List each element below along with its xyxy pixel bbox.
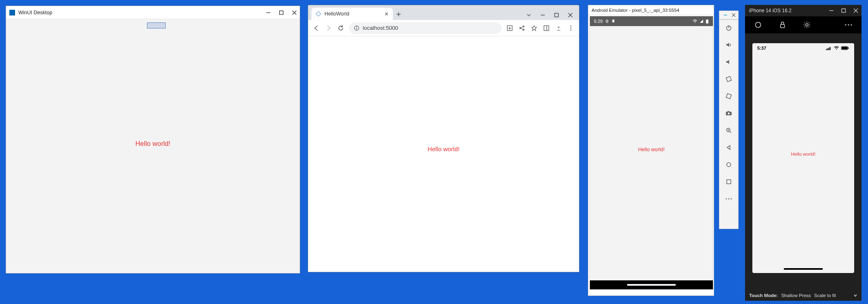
android-navbar[interactable] (590, 280, 713, 289)
svg-rect-73 (827, 48, 828, 50)
svg-rect-1 (280, 11, 283, 14)
svg-point-58 (756, 22, 761, 28)
emulator-tools (719, 20, 739, 229)
home-icon[interactable] (754, 21, 762, 29)
browser-window: HelloWorld ✕ (308, 5, 579, 272)
scale-value[interactable]: Scale to fit (814, 293, 836, 298)
svg-line-68 (809, 22, 809, 23)
ios-title: iPhone 14 iOS 16.2 (749, 8, 822, 13)
ios-viewport: Hello world! (752, 53, 854, 273)
svg-point-53 (731, 198, 732, 200)
back-icon[interactable] (312, 24, 320, 32)
chevron-down-icon[interactable] (523, 10, 535, 20)
emulator-tools-header (719, 11, 739, 20)
chevron-down-icon[interactable] (853, 293, 857, 297)
close-icon[interactable] (292, 10, 297, 15)
address-bar[interactable]: localhost:5000 (349, 22, 502, 34)
maximize-icon[interactable] (840, 7, 847, 14)
svg-rect-74 (829, 48, 829, 50)
overview-nav-icon[interactable] (724, 177, 733, 186)
minimize-icon[interactable] (828, 7, 835, 14)
svg-rect-27 (612, 20, 614, 22)
camera-icon[interactable] (724, 109, 733, 118)
home-indicator[interactable] (627, 284, 676, 286)
svg-line-66 (809, 26, 809, 27)
winui-title: WinUI Desktop (18, 10, 265, 15)
profile-icon[interactable] (555, 24, 563, 32)
android-titlebar[interactable]: Android Emulator - pixel_5_-_api_33:5554 (588, 5, 714, 15)
svg-point-42 (728, 112, 730, 115)
kebab-menu-icon[interactable] (567, 24, 575, 32)
maximize-icon[interactable] (550, 10, 563, 20)
share-icon[interactable] (518, 24, 526, 32)
reload-icon[interactable] (337, 24, 345, 32)
volume-up-icon[interactable] (724, 40, 733, 49)
zoom-icon[interactable] (724, 126, 733, 135)
winui-body: Hello world! (6, 19, 300, 273)
svg-point-69 (845, 24, 846, 25)
bookmark-icon[interactable] (530, 24, 538, 32)
gear-icon[interactable] (803, 21, 811, 29)
volume-down-icon[interactable] (724, 57, 733, 66)
tab-close-icon[interactable]: ✕ (384, 11, 389, 17)
home-indicator[interactable] (784, 268, 823, 270)
info-icon (354, 25, 359, 31)
new-tab-button[interactable] (393, 9, 404, 20)
svg-marker-4 (316, 11, 321, 16)
touch-mode-value[interactable]: Shallow Press (781, 293, 811, 298)
install-icon[interactable] (506, 24, 514, 32)
android-title: Android Emulator - pixel_5_-_api_33:5554 (592, 8, 711, 13)
hello-label: Hello world! (427, 145, 459, 152)
wifi-icon (693, 19, 697, 23)
ios-footer: Touch Mode: Shallow Press Scale to fit (745, 290, 861, 301)
hello-label: Hello world! (135, 140, 170, 148)
android-statusbar: 5:29 (590, 16, 713, 26)
svg-point-23 (570, 27, 572, 29)
minimize-icon[interactable] (723, 12, 728, 18)
touch-mode-label: Touch Mode: (749, 293, 778, 298)
power-icon[interactable] (724, 23, 733, 32)
back-nav-icon[interactable] (724, 143, 733, 152)
minimize-icon[interactable] (537, 10, 549, 20)
status-time: 5:37 (757, 46, 766, 51)
browser-tab[interactable]: HelloWorld ✕ (311, 8, 393, 20)
browser-toolbar: localhost:5000 (308, 20, 579, 36)
close-icon[interactable] (564, 10, 576, 20)
close-icon[interactable] (731, 12, 736, 18)
minimize-icon[interactable] (265, 10, 271, 15)
lock-icon[interactable] (778, 21, 787, 29)
svg-point-24 (570, 29, 572, 31)
app-icon (9, 10, 15, 15)
svg-point-49 (727, 163, 731, 167)
hello-label: Hello world! (791, 152, 815, 156)
rotate-left-icon[interactable] (724, 75, 733, 84)
maximize-icon[interactable] (278, 10, 284, 15)
close-icon[interactable] (853, 7, 859, 14)
favicon-icon (316, 11, 321, 17)
ios-device: 5:37 Hello world! (752, 43, 854, 273)
svg-line-45 (730, 132, 732, 133)
svg-rect-40 (726, 94, 732, 99)
svg-point-52 (728, 198, 730, 200)
more-icon[interactable] (844, 21, 853, 29)
sidepanel-icon[interactable] (542, 24, 550, 32)
home-nav-icon[interactable] (724, 160, 733, 169)
forward-icon[interactable] (324, 24, 333, 32)
ios-titlebar[interactable]: iPhone 14 iOS 16.2 (745, 5, 861, 16)
battery-icon (706, 19, 709, 24)
svg-rect-50 (727, 180, 731, 184)
svg-point-76 (836, 49, 837, 50)
desktop: WinUI Desktop Hello world! (0, 0, 868, 304)
svg-line-65 (804, 22, 805, 23)
more-icon[interactable] (724, 194, 733, 203)
svg-rect-19 (544, 26, 549, 31)
url-text: localhost:5000 (363, 25, 398, 31)
svg-rect-31 (707, 19, 708, 20)
winui-window: WinUI Desktop Hello world! (6, 6, 300, 273)
svg-point-51 (726, 198, 727, 200)
svg-rect-59 (780, 24, 785, 28)
rotate-right-icon[interactable] (724, 92, 733, 101)
svg-point-70 (848, 24, 849, 25)
winui-titlebar[interactable]: WinUI Desktop (6, 6, 300, 19)
tab-title: HelloWorld (324, 11, 381, 17)
